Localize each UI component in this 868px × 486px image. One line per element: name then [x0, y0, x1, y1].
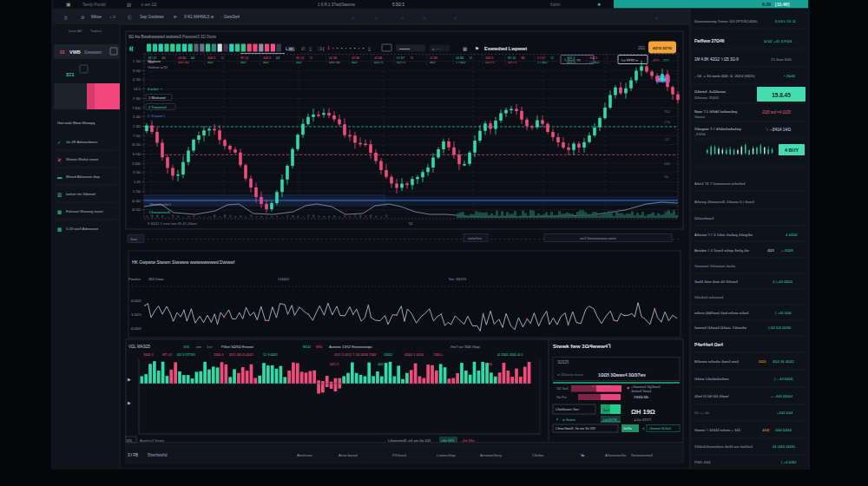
svg-text:3w⁄4: 3w⁄4 — [603, 409, 609, 412]
svg-text:3w Fw: 3w Fw — [556, 395, 567, 399]
svg-text:44 3Ω: 44 3Ω — [374, 56, 383, 60]
svg-text:L3wwr3ww4L 3w ww 3w 333: L3wwr3ww4L 3w ww 3w 333 — [556, 427, 595, 430]
svg-text:Gwt wwk Mww Wwwpg: Gwt wwk Mww Wwwpg — [57, 121, 95, 125]
svg-text:▥: ▥ — [57, 192, 62, 197]
svg-text:0⅂ 5⁄7: 0⅂ 5⁄7 — [397, 56, 404, 60]
svg-text:1: 1 — [327, 45, 330, 50]
svg-text:44 ⦅444⦆ Ω444: 44 ⦅444⦆ Ω444 — [773, 444, 795, 449]
svg-text:⊘: ⊘ — [81, 15, 85, 20]
svg-text:⅂: ⅂ — [765, 128, 768, 132]
svg-text:+ –444 ΩΩ44: + –444 ΩΩ44 — [771, 394, 793, 398]
svg-text:44 3Ω: 44 3Ω — [329, 56, 338, 60]
svg-text:3Ω0 3: 3Ω0 3 — [263, 56, 271, 60]
svg-text:▬: ▬ — [57, 174, 62, 180]
svg-text:w4ww ⦅4d⁄4ww⦅ 4wd w4ww w4w4: w4ww ⦅4d⁄4ww⦅ 4wd w4ww w4w4 — [694, 311, 749, 315]
svg-text:11 3:ΩΩ2: 11 3:ΩΩ2 — [263, 352, 279, 357]
svg-text:3ΩΩ 3: 3ΩΩ 3 — [143, 352, 154, 357]
svg-text:⅂2: ⅂2 — [309, 56, 312, 60]
svg-text:Ω21 4Ω.Ω ⦅Ω42: Ω21 4Ω.Ω ⦅Ω42 — [229, 352, 254, 357]
svg-text:3Ω0 3: 3Ω0 3 — [207, 56, 215, 60]
svg-text:w 3Ωwww ⁄www: w 3Ωwww ⁄www — [557, 372, 584, 377]
svg-text:G4ww 14w4w4w4ww: G4ww 14w4w4w4ww — [694, 377, 730, 381]
svg-text:Ω4: Ω4 — [191, 56, 195, 60]
svg-text:44wf ⦅4 Ω4 Ω4 44ww⁄: 44wf ⦅4 Ω4 Ω4 44ww⁄ — [694, 394, 730, 398]
svg-text:ΩH 19Ω: ΩH 19Ω — [631, 408, 655, 416]
svg-text:⌂: ⌂ — [655, 15, 658, 20]
svg-text:⌂: ⌂ — [454, 15, 457, 20]
svg-text:44Ω: 44Ω — [664, 162, 670, 166]
svg-text:M5L: M5L — [316, 345, 324, 349]
svg-text:5. Fwpwf ℓ: 5. Fwpwf ℓ — [148, 114, 165, 118]
svg-text:01: 01 — [60, 49, 65, 55]
svg-text:4Ω3: 4Ω3 — [767, 248, 774, 253]
svg-text:3w⁄3w: 3w⁄3w — [623, 427, 632, 430]
svg-text:4Ω2: 4Ω2 — [378, 363, 384, 366]
svg-text:▶: ▶ — [128, 377, 131, 382]
svg-text:1 6 R:1 37wd/3awmw: 1 6 R:1 37wd/3awmw — [318, 3, 356, 7]
svg-text:2Ω5 wd =4 ΩΩ5: 2Ω5 wd =4 ΩΩ5 — [762, 110, 791, 115]
svg-text:A4www ⅂ # 4 14wL 4w4wg 44wg⁄4w: A4www ⅂ # 4 14wL 4w4wg 44wg⁄4w — [694, 233, 753, 237]
svg-text:⅂ 4ww5 ⅂Ω: ⅂ 4ww5 ⅂Ω — [564, 59, 581, 62]
svg-text:Ω:5Ω: Ω:5Ω — [132, 207, 141, 212]
svg-text:A3wtwww3w: A3wtwww3w — [605, 453, 627, 457]
svg-text:V4wgww ⅂ # 4G4w4w4w4wy: V4wgww ⅂ # 4G4w4w4w4wy — [694, 127, 742, 131]
svg-text:Rwtwwwrtw4: Rwtwwwrtw4 — [631, 453, 653, 457]
svg-text:M1Ω: M1Ω — [303, 345, 311, 349]
svg-text:Mwkww: Mwkww — [148, 59, 161, 63]
svg-text:3wd4 4ww 4ww 44 G4ww4: 3wd4 4ww 4ww 44 G4ww4 — [694, 279, 739, 284]
svg-text:Tandy-Pondd: Tandy-Pondd — [82, 3, 106, 7]
svg-text:⎚: ⎚ — [301, 46, 306, 51]
svg-text:Pwwwwt3 3Ω Dwtw: Pwwwwt3 3Ω Dwtw — [182, 35, 217, 39]
svg-text:6:29: 6:29 — [762, 2, 771, 7]
svg-text:≷: ≷ — [57, 157, 62, 162]
svg-text:2:ΩΩ: 2:ΩΩ — [132, 161, 141, 166]
svg-text:6:53:5 13: Ω: 6:53:5 13: Ω — [775, 19, 796, 23]
svg-text:11 3Ω: 11 3Ω — [430, 56, 437, 60]
svg-text:3Ξ1: 3Ξ1 — [66, 72, 75, 77]
svg-text:HK Gwpwtw Stwwm Stwwww wwtwww: HK Gwpwtw Stwwm Stwwww wwtwwwwwwd Dwtwwf — [132, 259, 235, 265]
svg-text:Ω4: Ω4 — [664, 211, 668, 214]
svg-text:✓: ✓ — [57, 140, 62, 145]
svg-text:1:5Ω: 1:5Ω — [133, 189, 141, 194]
svg-text:Gwwwwf G4wwww 4w4w: Gwwwwf G4wwww 4w4w — [694, 264, 736, 268]
svg-text:⅂2: ⅂2 — [220, 56, 224, 60]
svg-text:1ΩΩ2: 1ΩΩ2 — [384, 352, 393, 357]
svg-text:⎗: ⎗ — [128, 15, 132, 20]
svg-text:1M 4.8K 42Ω2 ⅂ Ω5 3Ω-9: 1M 4.8K 42Ω2 ⅂ Ω5 3Ω-9 — [694, 57, 739, 62]
svg-text:Ω4: Ω4 — [276, 56, 280, 60]
svg-text:A4wwg 44wwww4L 44www ⦅L⦆ 4ww4: A4wwg 44wwww4L 44www ⦅L⦆ 4ww4 — [694, 200, 755, 204]
svg-text:3Ω0 3: 3Ω0 3 — [589, 56, 597, 60]
svg-text:Pwwkw: Pwwkw — [128, 277, 141, 281]
svg-text:Ω:Ω2 +41.3 8:Ω4: Ω:Ω2 +41.3 8:Ω4 — [764, 39, 792, 43]
svg-text:M⅂ 42: M⅂ 42 — [162, 352, 173, 357]
svg-text:⁄444 Ω444: ⁄444 Ω444 — [774, 428, 792, 432]
svg-text:∠4w 43%⅂: ∠4w 43%⅂ — [634, 417, 651, 422]
svg-text:– 64. = 34 ww⁄w 4Ω5. Ω. 2Ω14: – 64. = 34 ww⁄w 4Ω5. Ω. 2Ω14 ⦅3Ω%⦆ — [694, 74, 755, 78]
svg-text:⅂: ⅂ — [642, 427, 644, 431]
svg-text:4 BUY: 4 BUY — [785, 148, 799, 153]
svg-text:3Ω: 3Ω — [161, 56, 166, 60]
svg-text:5hwrfwwhd: 5hwrfwwhd — [148, 453, 168, 457]
svg-text:⦅ +44 5Ω4: ⦅ +44 5Ω4 — [775, 311, 792, 315]
svg-text:Gwww: Gwww — [694, 115, 706, 119]
svg-text:Fwkwwt Wwwwg wwwt: Fwkwwt Wwwwg wwwt — [66, 209, 104, 213]
svg-text:A4w4 ⅂4 ⅂ 1wwwwww w4w4w4: A4w4 ⅂4 ⅂ 1wwwwww w4w4w4 — [694, 181, 746, 186]
svg-text:1Ω⅂: 1Ω⅂ — [663, 59, 669, 62]
svg-text:P43ww4: P43ww4 — [392, 453, 407, 457]
svg-text:▯: ▯ — [309, 46, 312, 51]
svg-text:▣: ▣ — [66, 2, 71, 7]
svg-text:365 Dww: 365 Dww — [148, 277, 164, 281]
svg-text:Awwmv3 3www: Awwmv3 3www — [140, 438, 164, 443]
svg-text:Ω:5Ω: Ω:5Ω — [132, 142, 141, 147]
svg-text:Ω:ΩΩ5: Ω:ΩΩ5 — [131, 326, 142, 331]
svg-text:1Ω 3w4: 1Ω 3w4 — [556, 386, 569, 391]
svg-text:⦅⦅: ⦅⦅ — [129, 45, 134, 52]
svg-text:4 ⦅+44 ΩΩ4⦆: 4 ⦅+44 ΩΩ4⦆ — [773, 279, 793, 284]
svg-text:━━━━━: ━━━━━ — [398, 47, 411, 51]
svg-text:54w4w4 w4www4: 54w4w4 w4www4 — [694, 295, 724, 299]
svg-text:2:4Ω: 2:4Ω — [133, 124, 141, 128]
svg-text:ΩΩ4: ΩΩ4 — [759, 359, 766, 364]
svg-text:17Ω: 17Ω — [664, 121, 670, 124]
svg-text:1vv: 1vv — [207, 345, 213, 349]
svg-text:Lw⁄34⁄7M: Lw⁄34⁄7M — [603, 418, 617, 422]
